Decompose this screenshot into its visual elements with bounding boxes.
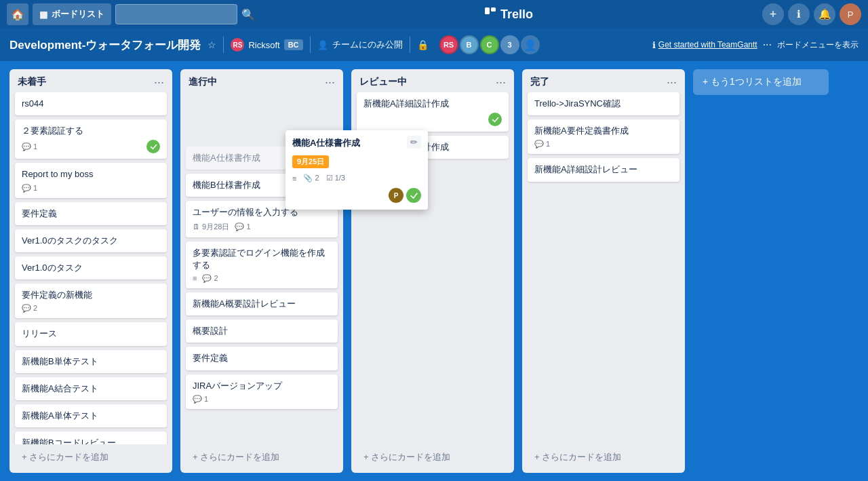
card-featureA-detail-review[interactable]: 新機能A詳細設計レビュー xyxy=(528,158,679,181)
list-title-完了: 完了 xyxy=(530,76,549,88)
card-title: 新機能A詳細設計作成 xyxy=(363,98,502,110)
card-summary-design[interactable]: 概要設計 xyxy=(186,320,338,343)
member-count[interactable]: 3 xyxy=(500,35,519,54)
member-avatar-1[interactable]: RS xyxy=(439,35,458,54)
card-meta: 💬 1 xyxy=(534,140,673,149)
card-new-feature-req[interactable]: 要件定義の新機能 💬 2 xyxy=(15,284,167,318)
card-meta: 💬 1 xyxy=(22,184,160,193)
card-featureA-req-doc[interactable]: 新機能A要件定義書作成 💬 1 xyxy=(528,119,679,154)
card-featureA-unit[interactable]: 新機能A単体テスト xyxy=(15,404,167,427)
card-meta: 💬 2 xyxy=(22,304,160,313)
card-comment-count: 💬 1 xyxy=(235,223,250,231)
header-right: ℹ Get started with TeamGantt ··· ボードメニュー… xyxy=(652,39,859,51)
board-title[interactable]: Development-ウォータフォール開発 xyxy=(9,37,201,53)
card-title: 要件定義の新機能 xyxy=(22,289,160,301)
card-ver1-task-task[interactable]: Ver1.0のタスクのタスク xyxy=(15,229,167,252)
card-release[interactable]: リリース xyxy=(15,322,167,345)
card-desc-icon: ≡ xyxy=(193,274,197,282)
card-rs044[interactable]: rs044 xyxy=(15,92,167,115)
card-requirements[interactable]: 要件定義 xyxy=(186,347,338,370)
list-header-レビュー中: レビュー中 ··· xyxy=(351,69,514,92)
card-title: 新機能A要件定義書作成 xyxy=(534,125,673,137)
card-mfa-login[interactable]: 多要素認証でログイン機能を作成する ≡ 💬 2 xyxy=(186,242,338,288)
search-icon[interactable]: 🔍 xyxy=(241,8,255,21)
card-featureB-unit[interactable]: 新機能B単体テスト xyxy=(15,350,167,373)
notifications-button[interactable]: 🔔 xyxy=(814,3,835,25)
gantt-link-text[interactable]: Get started with TeamGantt xyxy=(658,40,757,50)
svg-rect-0 xyxy=(485,7,490,14)
card-title: 要件定義 xyxy=(193,352,331,364)
list-menu-button-未着手[interactable]: ··· xyxy=(154,76,164,88)
nav-right-actions: + ℹ 🔔 P xyxy=(762,3,861,25)
list-未着手: 未着手 ··· rs044 ２要素認証する 💬 1 Repo xyxy=(9,69,172,473)
trello-icon xyxy=(484,7,496,22)
card-要件定義[interactable]: 要件定義 xyxy=(15,202,167,225)
card-featureA-integration[interactable]: 新機能A結合テスト xyxy=(15,377,167,400)
card-title: 多要素認証でログイン機能を作成する xyxy=(193,247,331,271)
user-avatar[interactable]: P xyxy=(840,3,861,25)
card-meta: 🗓 9月28日 💬 1 xyxy=(193,222,331,232)
popover-checklist: ☑ 1/3 xyxy=(326,174,345,182)
list-cards-完了: Trello->JiraSYNC確認 新機能A要件定義書作成 💬 1 新機能A詳… xyxy=(522,92,685,444)
board-menu-button[interactable]: ボードメニューを表示 xyxy=(777,39,859,51)
workspace-label[interactable]: Ricksoft xyxy=(248,40,279,50)
card-badge-green xyxy=(488,113,502,126)
list-header-進行中: 進行中 ··· xyxy=(180,69,343,92)
home-button[interactable]: 🏠 xyxy=(7,3,28,25)
add-card-label: + さらにカードを追加 xyxy=(22,452,108,462)
card-featureA-detail-design[interactable]: 新機能A詳細設計作成 xyxy=(357,92,509,132)
add-card-button-進行中[interactable]: + さらにカードを追加 xyxy=(186,447,338,467)
add-button[interactable]: + xyxy=(762,3,784,25)
card-title: Report to my boss xyxy=(22,168,160,180)
list-進行中: ✏ 機能A仕様書作成 9月25日 ≡ 📎 2 ☑ 1/3 P 進行中 ··· 機… xyxy=(180,69,343,473)
list-menu-button-進行中[interactable]: ··· xyxy=(325,76,335,88)
trello-logo-text: Trello xyxy=(500,7,533,22)
header-dots[interactable]: ··· xyxy=(763,39,772,51)
info-button[interactable]: ℹ xyxy=(788,3,810,25)
card-title: 新機能A概要設計レビュー xyxy=(193,298,331,310)
member-avatar-3[interactable]: C xyxy=(480,35,499,54)
list-menu-button-レビュー中[interactable]: ··· xyxy=(496,76,506,88)
list-menu-button-完了[interactable]: ··· xyxy=(667,76,677,88)
card-comment-count: 💬 2 xyxy=(22,304,37,313)
card-comment-count: 💬 1 xyxy=(193,395,208,404)
add-card-button-未着手[interactable]: + さらにカードを追加 xyxy=(15,447,167,467)
list-header-未着手: 未着手 ··· xyxy=(9,69,172,92)
top-nav: 🏠 ▦ ボードリスト 🔍 Trello + ℹ 🔔 P xyxy=(0,0,868,28)
visibility-info[interactable]: 👤 チームにのみ公開 xyxy=(317,39,403,51)
member-avatar-2[interactable]: B xyxy=(460,35,479,54)
lock-icon: 👤 xyxy=(317,40,328,50)
card-meta: ≡ 💬 2 xyxy=(193,274,331,283)
list-title-進行中: 進行中 xyxy=(189,76,217,88)
card-report-boss[interactable]: Report to my boss 💬 1 xyxy=(15,163,167,197)
popover-title: 機能A仕様書作成 xyxy=(292,137,421,149)
card-featureA-design-review[interactable]: 新機能A概要設計レビュー xyxy=(186,292,338,315)
popover-desc: ≡ xyxy=(292,174,296,182)
add-card-button-レビュー中[interactable]: + さらにカードを追加 xyxy=(357,447,509,467)
card-title: Ver1.0のタスク xyxy=(22,262,160,274)
add-list-button[interactable]: + もう1つリストを追加 xyxy=(693,69,829,95)
board-list-button[interactable]: ▦ ボードリスト xyxy=(33,3,111,25)
card-title: 新機能Bコードレビュー xyxy=(22,437,160,444)
board-content: 未着手 ··· rs044 ２要素認証する 💬 1 Repo xyxy=(0,61,868,481)
add-member-button[interactable]: 👤 xyxy=(521,35,540,54)
card-meta xyxy=(363,113,502,126)
card-title: 新機能A結合テスト xyxy=(22,383,160,395)
board-list-label: ボードリスト xyxy=(52,8,104,20)
add-card-button-完了[interactable]: + さらにカードを追加 xyxy=(528,447,679,467)
card-jira-upgrade[interactable]: JIRAバージョンアップ 💬 1 xyxy=(186,374,338,409)
card-featureB-review[interactable]: 新機能Bコードレビュー xyxy=(15,431,167,444)
card-ver1-task[interactable]: Ver1.0のタスク xyxy=(15,256,167,280)
gantt-link[interactable]: ℹ Get started with TeamGantt xyxy=(652,40,757,50)
card-comment-count: 💬 1 xyxy=(534,140,550,149)
divider-1 xyxy=(223,37,224,53)
visibility-label: チームにのみ公開 xyxy=(332,39,403,51)
star-button[interactable]: ☆ xyxy=(208,39,216,50)
card-popover: ✏ 機能A仕様書作成 9月25日 ≡ 📎 2 ☑ 1/3 P xyxy=(285,130,428,210)
card-edit-button[interactable]: ✏ xyxy=(407,136,421,149)
card-title: Ver1.0のタスクのタスク xyxy=(22,235,160,247)
card-2fa[interactable]: ２要素認証する 💬 1 xyxy=(15,119,167,159)
search-input[interactable] xyxy=(115,4,237,24)
add-card-label: + さらにカードを追加 xyxy=(363,452,450,462)
card-trello-jira[interactable]: Trello->JiraSYNC確認 xyxy=(528,92,679,115)
